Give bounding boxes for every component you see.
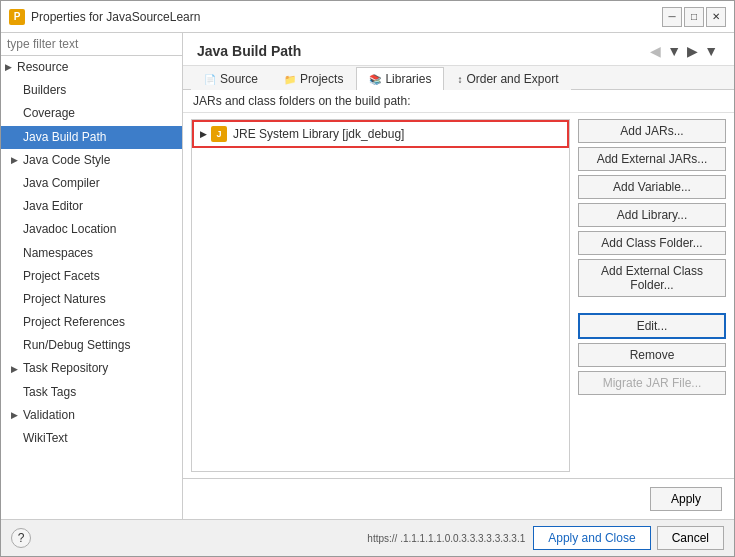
panel-title: Java Build Path bbox=[197, 43, 301, 59]
sidebar-item-builders[interactable]: Builders bbox=[1, 79, 182, 102]
jre-library-item[interactable]: ▶ J JRE System Library [jdk_debug] bbox=[192, 120, 569, 148]
sidebar-item-java-editor[interactable]: Java Editor bbox=[1, 195, 182, 218]
sidebar-item-task-repository[interactable]: ▶ Task Repository bbox=[1, 357, 182, 380]
jre-label: JRE System Library [jdk_debug] bbox=[233, 127, 404, 141]
status-bar: https:// .1.1.1.1.1.0.0.3.3.3.3.3.3.3.1 bbox=[31, 533, 533, 544]
window-icon: P bbox=[9, 9, 25, 25]
arrow-icon-4: ▶ bbox=[11, 408, 23, 422]
tabs-bar: 📄 Source 📁 Projects 📚 Libraries ↕ Order … bbox=[183, 66, 734, 90]
nav-forward-button[interactable]: ▶ bbox=[685, 43, 700, 59]
jre-icon: J bbox=[211, 126, 227, 142]
help-button[interactable]: ? bbox=[11, 528, 31, 548]
sidebar-item-validation[interactable]: ▶ Validation bbox=[1, 404, 182, 427]
maximize-button[interactable]: □ bbox=[684, 7, 704, 27]
remove-button[interactable]: Remove bbox=[578, 343, 726, 367]
sidebar-item-java-build-path[interactable]: Java Build Path bbox=[1, 126, 182, 149]
nav-dropdown-button[interactable]: ▼ bbox=[665, 43, 683, 59]
properties-window: P Properties for JavaSourceLearn ─ □ ✕ ▶… bbox=[0, 0, 735, 557]
add-class-folder-button[interactable]: Add Class Folder... bbox=[578, 231, 726, 255]
library-list[interactable]: ▶ J JRE System Library [jdk_debug] bbox=[191, 119, 570, 472]
edit-button[interactable]: Edit... bbox=[578, 313, 726, 339]
nav-back-button[interactable]: ◀ bbox=[648, 43, 663, 59]
add-external-class-folder-button[interactable]: Add External Class Folder... bbox=[578, 259, 726, 297]
main-panel: Java Build Path ◀ ▼ ▶ ▼ 📄 Source 📁 Proje… bbox=[183, 33, 734, 519]
sidebar-item-run-debug[interactable]: Run/Debug Settings bbox=[1, 334, 182, 357]
nav-forward-dropdown-button[interactable]: ▼ bbox=[702, 43, 720, 59]
tab-source[interactable]: 📄 Source bbox=[191, 67, 271, 90]
footer-buttons: Apply and Close Cancel bbox=[533, 526, 724, 550]
sidebar-item-resource[interactable]: ▶ Resource bbox=[1, 56, 182, 79]
add-library-button[interactable]: Add Library... bbox=[578, 203, 726, 227]
filter-input[interactable] bbox=[1, 33, 182, 56]
libraries-tab-icon: 📚 bbox=[369, 74, 381, 85]
libraries-area: ▶ J JRE System Library [jdk_debug] Add J… bbox=[183, 113, 734, 478]
cancel-button[interactable]: Cancel bbox=[657, 526, 724, 550]
arrow-icon-3: ▶ bbox=[11, 362, 23, 376]
sidebar: ▶ Resource Builders Coverage Java Build … bbox=[1, 33, 183, 519]
sidebar-item-java-compiler[interactable]: Java Compiler bbox=[1, 172, 182, 195]
sidebar-item-project-natures[interactable]: Project Natures bbox=[1, 288, 182, 311]
sidebar-item-javadoc-location[interactable]: Javadoc Location bbox=[1, 218, 182, 241]
title-bar-controls: ─ □ ✕ bbox=[662, 7, 726, 27]
tab-libraries[interactable]: 📚 Libraries bbox=[356, 67, 444, 90]
apply-and-close-button[interactable]: Apply and Close bbox=[533, 526, 650, 550]
library-buttons: Add JARs... Add External JARs... Add Var… bbox=[574, 113, 734, 478]
order-export-tab-icon: ↕ bbox=[457, 74, 462, 85]
tab-order-export[interactable]: ↕ Order and Export bbox=[444, 67, 571, 90]
window-title: Properties for JavaSourceLearn bbox=[31, 10, 662, 24]
sidebar-item-task-tags[interactable]: Task Tags bbox=[1, 381, 182, 404]
title-bar: P Properties for JavaSourceLearn ─ □ ✕ bbox=[1, 1, 734, 33]
sidebar-item-java-code-style[interactable]: ▶ Java Code Style bbox=[1, 149, 182, 172]
projects-tab-icon: 📁 bbox=[284, 74, 296, 85]
apply-bar: Apply bbox=[183, 478, 734, 519]
build-path-content: JARs and class folders on the build path… bbox=[183, 90, 734, 478]
arrow-icon: ▶ bbox=[5, 60, 17, 74]
minimize-button[interactable]: ─ bbox=[662, 7, 682, 27]
add-jars-button[interactable]: Add JARs... bbox=[578, 119, 726, 143]
jars-label: JARs and class folders on the build path… bbox=[183, 90, 734, 113]
jre-expand-arrow: ▶ bbox=[200, 129, 207, 139]
sidebar-item-coverage[interactable]: Coverage bbox=[1, 102, 182, 125]
sidebar-item-project-references[interactable]: Project References bbox=[1, 311, 182, 334]
close-button[interactable]: ✕ bbox=[706, 7, 726, 27]
add-variable-button[interactable]: Add Variable... bbox=[578, 175, 726, 199]
sidebar-item-wikitext[interactable]: WikiText bbox=[1, 427, 182, 450]
sidebar-item-namespaces[interactable]: Namespaces bbox=[1, 242, 182, 265]
sidebar-item-project-facets[interactable]: Project Facets bbox=[1, 265, 182, 288]
migrate-jar-button[interactable]: Migrate JAR File... bbox=[578, 371, 726, 395]
apply-button[interactable]: Apply bbox=[650, 487, 722, 511]
tab-projects[interactable]: 📁 Projects bbox=[271, 67, 356, 90]
footer-bar: ? https:// .1.1.1.1.1.0.0.3.3.3.3.3.3.3.… bbox=[1, 519, 734, 556]
arrow-icon-2: ▶ bbox=[11, 153, 23, 167]
nav-arrows: ◀ ▼ ▶ ▼ bbox=[648, 43, 720, 59]
sidebar-tree: ▶ Resource Builders Coverage Java Build … bbox=[1, 56, 182, 519]
panel-header: Java Build Path ◀ ▼ ▶ ▼ bbox=[183, 33, 734, 66]
add-external-jars-button[interactable]: Add External JARs... bbox=[578, 147, 726, 171]
content-area: ▶ Resource Builders Coverage Java Build … bbox=[1, 33, 734, 519]
source-tab-icon: 📄 bbox=[204, 74, 216, 85]
